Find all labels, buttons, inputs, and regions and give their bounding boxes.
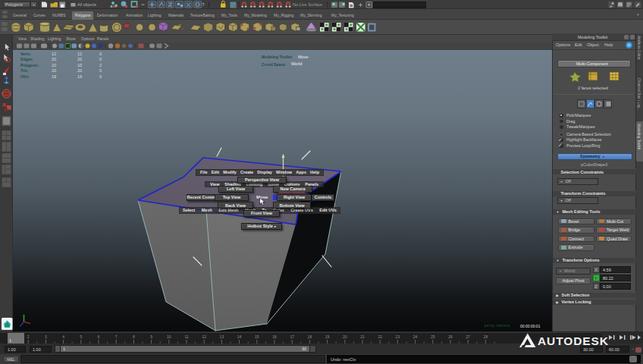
svg-text:3: 3 xyxy=(45,334,47,339)
svg-text:20: 20 xyxy=(343,334,347,339)
svg-text:22: 22 xyxy=(378,334,382,339)
svg-text:14: 14 xyxy=(237,334,242,339)
svg-text:11: 11 xyxy=(184,334,188,339)
svg-text:18: 18 xyxy=(308,334,312,339)
svg-text:17: 17 xyxy=(290,334,294,339)
svg-text:15: 15 xyxy=(255,334,259,339)
svg-text:10: 10 xyxy=(167,334,171,339)
svg-text:7: 7 xyxy=(115,334,118,339)
svg-text:25: 25 xyxy=(431,334,435,339)
svg-text:8: 8 xyxy=(133,334,135,339)
svg-text:AUTODESK: AUTODESK xyxy=(538,334,609,347)
svg-text:27: 27 xyxy=(466,334,470,339)
svg-text:23: 23 xyxy=(396,334,400,339)
svg-text:24: 24 xyxy=(413,334,418,339)
svg-text:9: 9 xyxy=(150,334,152,339)
svg-text:4: 4 xyxy=(62,334,64,339)
svg-text:2: 2 xyxy=(27,334,30,339)
svg-text:19: 19 xyxy=(325,334,330,339)
svg-text:16: 16 xyxy=(272,334,277,339)
svg-text:5: 5 xyxy=(80,334,82,339)
svg-text:28: 28 xyxy=(484,334,488,339)
svg-text:26: 26 xyxy=(448,334,453,339)
svg-text:6: 6 xyxy=(98,334,100,339)
svg-text:13: 13 xyxy=(220,334,224,339)
svg-text:12: 12 xyxy=(202,334,206,339)
svg-text:21: 21 xyxy=(360,334,365,339)
